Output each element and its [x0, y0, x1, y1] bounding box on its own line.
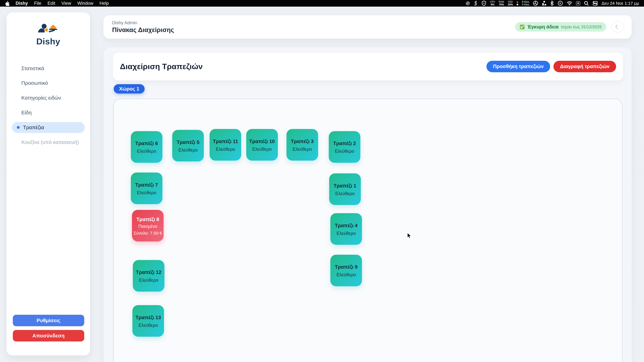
sidebar-item-0[interactable]: Στατιστικά: [12, 63, 85, 74]
table-tile-4[interactable]: Τραπέζι 4Ελεύθερο: [330, 213, 362, 245]
table-tile-3[interactable]: Τραπέζι 3Ελεύθερο: [286, 129, 318, 161]
play-circle-icon[interactable]: [558, 0, 563, 6]
table-name: Τραπέζι 7: [135, 182, 158, 188]
logout-button[interactable]: Αποσύνδεση: [13, 330, 84, 342]
menubar-item-file[interactable]: File: [34, 1, 42, 6]
ssd-value: 33%: [508, 3, 513, 6]
table-status: Πιασμένο: [138, 224, 157, 229]
table-tile-2[interactable]: Τραπέζι 2Ελεύθερο: [329, 131, 360, 163]
bluetooth-icon[interactable]: [550, 0, 554, 6]
table-status: Ελεύθερο: [336, 231, 356, 236]
table-status: Ελεύθερο: [335, 191, 355, 196]
table-tile-6[interactable]: Τραπέζι 6Ελεύθερο: [131, 131, 162, 163]
white-dot: [517, 4, 518, 5]
sidebar-item-5: Κουζίνα (υπό κατασκευή): [12, 137, 85, 148]
section-actions: Προσθήκη τραπεζιών Διαγραφή τραπεζιών: [486, 61, 616, 72]
ram-status[interactable]: RAM 70%: [499, 0, 504, 6]
spotlight-search-icon[interactable]: [584, 1, 589, 6]
delete-tables-button[interactable]: Διαγραφή τραπεζιών: [554, 61, 616, 72]
table-name: Τραπέζι 12: [136, 270, 161, 275]
cpu-label: CPU: [490, 0, 495, 3]
ssd-label: SSD: [508, 0, 513, 3]
openai-menubar-icon[interactable]: [465, 1, 470, 6]
menubar-left: Dishy File Edit View Window Help: [5, 0, 109, 6]
network-speed-status[interactable]: 8 Kb/s 0 Kb/s: [522, 0, 529, 6]
table-tile-9[interactable]: Τραπέζι 9Ελεύθερο: [330, 255, 362, 286]
table-status: Ελεύθερο: [137, 190, 156, 195]
sidebar-item-1[interactable]: Προσωπικό: [12, 77, 85, 89]
table-name: Τραπέζι 4: [335, 223, 358, 228]
table-tile-7[interactable]: Τραπέζι 7Ελεύθερο: [131, 173, 162, 204]
usb-device-icon[interactable]: [542, 0, 546, 6]
table-status: Ελεύθερο: [336, 272, 356, 277]
sidebar-item-label: Είδη: [22, 110, 32, 116]
sidebar-item-2[interactable]: Κατηγορίες ειδών: [12, 92, 85, 103]
page-title: Πίνακας Διαχείρισης: [112, 26, 174, 33]
disk-pie-icon[interactable]: [533, 0, 538, 6]
wifi-icon[interactable]: [567, 1, 572, 5]
table-total: Σύνολο: 7.50 €: [134, 231, 162, 236]
table-name: Τραπέζι 6: [135, 141, 158, 146]
sidebar-item-label: Προσωπικό: [22, 80, 48, 86]
section-title-card: Διαχείριση Τραπεζιών Προσθήκη τραπεζιών …: [113, 52, 623, 80]
header-right: ✅ Έγκυρη άδεια Ισχύει έως 31/12/2025 ☾: [515, 21, 624, 33]
apple-menu-icon[interactable]: [5, 0, 9, 6]
table-status: Ελεύθερο: [335, 149, 354, 154]
red-dot: [517, 1, 518, 3]
sidebar-nav: ΣτατιστικάΠροσωπικόΚατηγορίες ειδώνΕίδηΤ…: [6, 63, 90, 148]
macos-menubar: Dishy File Edit View Window Help CPU 9% …: [0, 0, 644, 6]
table-tile-5[interactable]: Τραπέζι 5Ελεύθερο: [172, 130, 204, 161]
table-name: Τραπέζι 2: [333, 141, 356, 146]
recording-dots-icon[interactable]: [517, 1, 518, 5]
stats-shield-icon[interactable]: [482, 0, 486, 6]
sidebar-item-label: Κατηγορίες ειδών: [22, 95, 61, 101]
squiggle-app-icon[interactable]: [474, 0, 478, 6]
control-center-icon[interactable]: [592, 1, 598, 5]
cpu-status[interactable]: CPU 9%: [490, 0, 495, 6]
header-titles: Dishy Admin Πίνακας Διαχείρισης: [112, 20, 174, 33]
table-status: Ελεύθερο: [138, 323, 158, 328]
table-name: Τραπέζι 3: [291, 139, 314, 144]
license-badge: ✅ Έγκυρη άδεια Ισχύει έως 31/12/2025: [515, 22, 606, 31]
table-tile-13[interactable]: Τραπέζι 13Ελεύθερο: [132, 305, 164, 337]
active-item-dot: [17, 126, 20, 129]
sidebar-item-4[interactable]: Τραπέζια: [12, 122, 85, 133]
desktop: { "menubar": { "apple_icon": "apple-logo…: [0, 0, 644, 362]
add-tables-button[interactable]: Προσθήκη τραπεζιών: [486, 61, 550, 72]
tables-canvas[interactable]: Τραπέζι 6ΕλεύθεροΤραπέζι 5ΕλεύθεροΤραπέζ…: [113, 98, 623, 362]
table-tile-10[interactable]: Τραπέζι 10Ελεύθερο: [246, 129, 278, 161]
menubar-item-window[interactable]: Window: [77, 1, 94, 6]
logo-text: Dishy: [36, 36, 60, 46]
sidebar-item-label: Κουζίνα (υπό κατασκευή): [22, 139, 79, 145]
net-down: 0 Kb/s: [522, 3, 529, 6]
table-tile-11[interactable]: Τραπέζι 11Ελεύθερο: [210, 129, 241, 161]
table-status: Ελεύθερο: [178, 148, 198, 153]
section-title: Διαχείριση Τραπεζιών: [120, 62, 203, 71]
dark-mode-toggle[interactable]: ☾: [612, 21, 624, 33]
ssd-status[interactable]: SSD 33%: [508, 0, 513, 6]
menubar-app-name[interactable]: Dishy: [16, 1, 28, 6]
table-status: Ελεύθερο: [216, 147, 235, 152]
ram-value: 70%: [499, 3, 504, 6]
license-label: Έγκυρη άδεια: [527, 24, 558, 29]
top-header-card: Dishy Admin Πίνακας Διαχείρισης ✅ Έγκυρη…: [104, 15, 632, 39]
menubar-item-view[interactable]: View: [62, 1, 71, 6]
sidebar-item-3[interactable]: Είδη: [12, 107, 85, 118]
net-up: 8 Kb/s: [522, 0, 529, 3]
menubar-clock[interactable]: Δευ 24 Νοε 1:17 μμ: [602, 1, 639, 6]
table-name: Τραπέζι 9: [335, 264, 358, 270]
table-name: Τραπέζι 11: [213, 139, 238, 144]
table-tile-8[interactable]: Τραπέζι 8ΠιασμένοΣύνολο: 7.50 €: [132, 210, 164, 242]
menubar-item-edit[interactable]: Edit: [48, 1, 55, 6]
space-tab-1[interactable]: Χώρος 1: [114, 84, 144, 94]
input-source-icon[interactable]: A: [576, 1, 580, 5]
sidebar: Dishy ΣτατιστικάΠροσωπικόΚατηγορίες ειδώ…: [6, 12, 90, 356]
table-tile-12[interactable]: Τραπέζι 12Ελεύθερο: [133, 260, 164, 292]
table-status: Ελεύθερο: [252, 147, 272, 152]
table-status: Ελεύθερο: [137, 149, 156, 154]
table-tile-1[interactable]: Τραπέζι 1Ελεύθερο: [329, 173, 361, 205]
settings-button[interactable]: Ρυθμίσεις: [13, 315, 84, 326]
menubar-item-help[interactable]: Help: [100, 1, 109, 6]
table-status: Ελεύθερο: [139, 278, 158, 283]
menubar-status-area: CPU 9% RAM 70% SSD 33% 8 Kb/s 0 Kb/s: [465, 0, 639, 6]
